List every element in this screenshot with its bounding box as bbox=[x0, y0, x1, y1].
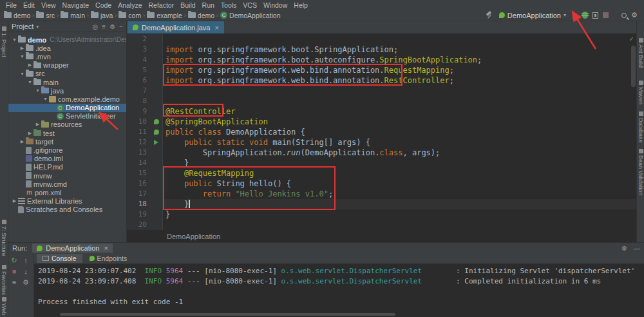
tool-window-button-1-project[interactable]: 1: Project bbox=[1, 26, 7, 57]
scroll-up-button[interactable]: ↑ bbox=[24, 256, 28, 265]
search-everywhere-icon[interactable] bbox=[621, 13, 627, 18]
line-number[interactable]: 14 bbox=[127, 158, 150, 168]
chevron-down-icon[interactable]: ▼ bbox=[11, 37, 18, 42]
code-line-16[interactable]: 16 public String hello() { bbox=[127, 178, 636, 189]
line-number[interactable]: 8 bbox=[127, 96, 150, 106]
hide-icon[interactable]: — bbox=[634, 245, 640, 252]
console-settings-button[interactable]: ⚙ bbox=[23, 278, 29, 287]
line-number[interactable]: 10 bbox=[127, 117, 150, 127]
tree-item-gitignore[interactable]: .gitignore bbox=[8, 146, 126, 154]
tree-item-demoapplication[interactable]: CDemoApplication bbox=[8, 104, 126, 112]
code-line-7[interactable]: 7 bbox=[127, 86, 636, 96]
code-line-5[interactable]: 5import org.springframework.web.bind.ann… bbox=[127, 65, 636, 75]
tree-item-demo[interactable]: ▼demoC:\Users\Administrator\Desktop\ bbox=[8, 35, 126, 44]
code-line-13[interactable]: 13 SpringApplication.run(DemoApplication… bbox=[127, 148, 636, 158]
code-area[interactable]: 23import org.springframework.boot.Spring… bbox=[127, 34, 636, 230]
line-number[interactable]: 5 bbox=[127, 65, 150, 75]
breadcrumb-item-demo[interactable]: demo bbox=[188, 12, 214, 19]
tree-item-idea[interactable]: ▶.idea bbox=[8, 44, 126, 52]
code-line-19[interactable]: 19} bbox=[127, 209, 636, 220]
menu-item-analyze[interactable]: Analyze bbox=[115, 1, 145, 9]
line-number[interactable]: 13 bbox=[127, 148, 150, 158]
menu-item-refactor[interactable]: Refactor bbox=[146, 1, 178, 9]
breadcrumb-item-com[interactable]: com bbox=[118, 12, 141, 19]
line-number[interactable]: 2 bbox=[127, 34, 150, 44]
editor-breadcrumb-class[interactable]: DemoApplication bbox=[167, 233, 220, 240]
line-number[interactable]: 9 bbox=[127, 106, 150, 117]
chevron-right-icon[interactable]: ▶ bbox=[26, 131, 33, 136]
build-hammer-icon[interactable] bbox=[486, 12, 493, 19]
scroll-down-button[interactable]: ↓ bbox=[24, 267, 28, 276]
chevron-right-icon[interactable]: ▶ bbox=[34, 122, 41, 127]
line-number[interactable]: 3 bbox=[127, 44, 150, 55]
tree-item-pom-xml[interactable]: mpom.xml bbox=[8, 188, 126, 197]
chevron-right-icon[interactable]: ▶ bbox=[19, 46, 26, 51]
run-configuration-select[interactable]: DemoApplication ▾ bbox=[497, 12, 569, 19]
breadcrumb-item-example[interactable]: example bbox=[147, 12, 182, 19]
chevron-down-icon[interactable]: ▼ bbox=[19, 72, 26, 76]
tree-item-servletinitializer[interactable]: CServletInitializer bbox=[8, 112, 126, 120]
menu-item-code[interactable]: Code bbox=[92, 1, 115, 9]
horizontal-scrollbar[interactable] bbox=[60, 313, 395, 316]
line-number[interactable]: 4 bbox=[127, 55, 150, 65]
code-line-3[interactable]: 3import org.springframework.boot.SpringA… bbox=[127, 44, 636, 55]
menu-item-view[interactable]: View bbox=[38, 1, 59, 9]
settings-icon[interactable]: ⚙ bbox=[621, 245, 627, 252]
chevron-right-icon[interactable]: ▶ bbox=[26, 62, 33, 68]
menu-item-navigate[interactable]: Navigate bbox=[59, 1, 92, 9]
line-number[interactable]: 11 bbox=[127, 127, 150, 137]
tree-item-resources[interactable]: ▶resources bbox=[8, 120, 126, 129]
settings-icon[interactable]: ⚙ bbox=[109, 23, 115, 30]
code-line-11[interactable]: 11public class DemoApplication { bbox=[127, 127, 636, 137]
menu-item-edit[interactable]: Edit bbox=[20, 1, 38, 9]
stop-button[interactable]: ■ bbox=[12, 267, 17, 276]
tree-item-target[interactable]: ▶target bbox=[8, 137, 126, 146]
line-number[interactable]: 17 bbox=[127, 189, 150, 199]
tool-window-button-favorites[interactable]: Favorites bbox=[1, 265, 7, 295]
run-main-icon[interactable] bbox=[150, 137, 163, 148]
menu-item-help[interactable]: Help bbox=[290, 1, 311, 9]
breadcrumb-item-src[interactable]: src bbox=[36, 12, 55, 19]
code-line-14[interactable]: 14 } bbox=[127, 158, 636, 168]
code-line-9[interactable]: 9@RestController bbox=[127, 106, 636, 117]
inspections-ok-icon[interactable]: ✓ bbox=[629, 35, 634, 43]
tool-window-button-7-structure[interactable]: 7: Structure bbox=[1, 220, 7, 256]
line-number[interactable]: 18 bbox=[127, 199, 150, 209]
debug-button[interactable] bbox=[582, 12, 588, 19]
breadcrumb-item-demoapplication[interactable]: CDemoApplication bbox=[220, 12, 280, 19]
tree-item-wrapper[interactable]: ▶wrapper bbox=[8, 61, 126, 70]
tree-item-external-libraries[interactable]: ▶External Libraries bbox=[8, 197, 126, 206]
tree-item-src[interactable]: ▼src bbox=[8, 70, 126, 78]
tree-item-scratches-and-consoles[interactable]: Scratches and Consoles bbox=[8, 206, 126, 214]
menu-item-vcs[interactable]: VCS bbox=[240, 1, 260, 9]
settings-gear-icon[interactable]: ⚙ bbox=[631, 12, 639, 19]
hide-icon[interactable]: − bbox=[119, 23, 123, 30]
line-number[interactable]: 7 bbox=[127, 86, 150, 96]
code-line-18[interactable]: 18 } bbox=[127, 199, 636, 209]
stop-button[interactable] bbox=[603, 12, 609, 18]
tree-item-main[interactable]: ▼main bbox=[8, 78, 126, 86]
chevron-right-icon[interactable]: ▶ bbox=[19, 139, 26, 144]
chevron-down-icon[interactable]: ▼ bbox=[34, 88, 41, 93]
collapse-all-icon[interactable]: ≡ bbox=[102, 23, 106, 30]
line-number[interactable]: 16 bbox=[127, 178, 150, 189]
line-number[interactable]: 20 bbox=[127, 220, 150, 230]
editor-scrollbar[interactable] bbox=[631, 46, 636, 87]
rerun-button[interactable]: ↻ bbox=[11, 256, 17, 265]
tab-console[interactable]: Console bbox=[37, 254, 82, 263]
tree-item-help-md[interactable]: HELP.md bbox=[8, 163, 126, 171]
chevron-down-icon[interactable]: ▼ bbox=[42, 97, 49, 101]
editor-tab-demoapplication[interactable]: DemoApplication.java × bbox=[128, 21, 224, 34]
select-opened-file-icon[interactable]: ◎ bbox=[93, 23, 99, 30]
tab-endpoints[interactable]: Endpoints bbox=[84, 254, 133, 263]
line-number[interactable]: 12 bbox=[127, 137, 150, 148]
code-line-4[interactable]: 4import org.springframework.boot.autocon… bbox=[127, 55, 636, 65]
code-line-8[interactable]: 8 bbox=[127, 96, 636, 106]
menu-item-build[interactable]: Build bbox=[177, 1, 198, 9]
spring-bean-icon[interactable] bbox=[150, 117, 163, 127]
tree-item-test[interactable]: ▶test bbox=[8, 129, 126, 137]
code-line-20[interactable]: 20 bbox=[127, 220, 636, 230]
code-line-12[interactable]: 12 public static void main(String[] args… bbox=[127, 137, 636, 148]
tree-item-java[interactable]: ▼java bbox=[8, 86, 126, 95]
chevron-down-icon[interactable]: ▼ bbox=[19, 54, 26, 59]
